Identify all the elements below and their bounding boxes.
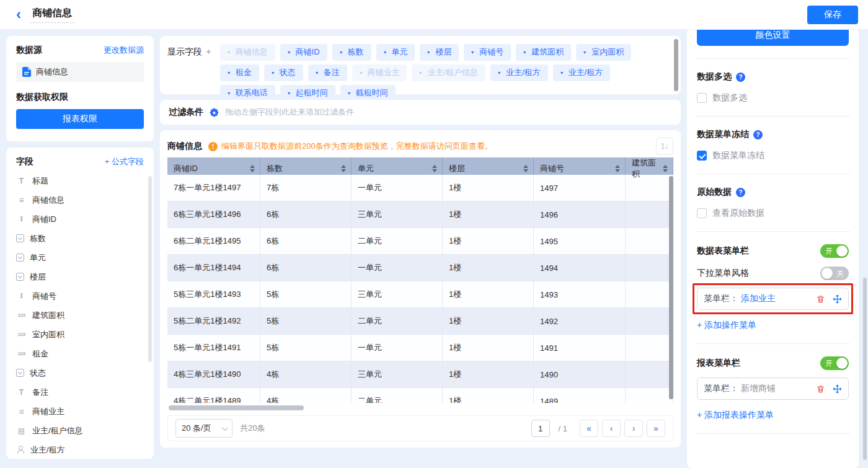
trash-icon[interactable]	[816, 384, 825, 394]
sort-arrows-icon[interactable]	[523, 165, 528, 172]
table-row[interactable]: 5栋二单元1楼14925栋二单元1楼1492	[167, 308, 673, 335]
first-page-icon[interactable]: «	[580, 420, 598, 437]
sort-tool-icon[interactable]: 1↓	[656, 138, 673, 155]
last-page-icon[interactable]: »	[647, 420, 665, 437]
table-row[interactable]: 4栋二单元1楼14894栋二单元1楼1489	[167, 388, 673, 403]
table-menu-item-row[interactable]: 菜单栏： 添加业主	[697, 288, 849, 310]
field-item[interactable]: 状态	[16, 363, 144, 382]
prev-page-icon[interactable]: ‹	[602, 420, 621, 437]
table-cell: 三单元	[352, 281, 443, 308]
table-row[interactable]: 7栋一单元1楼14977栋一单元1楼1497	[167, 175, 673, 201]
page-title[interactable]: 商铺信息	[30, 7, 74, 23]
table-row[interactable]: 6栋一单元1楼14946栋一单元1楼1494	[167, 255, 673, 281]
menu-freeze-checkbox-row[interactable]: 数据菜单冻结	[697, 150, 849, 161]
datasource-item[interactable]: 商铺信息	[16, 62, 144, 82]
display-field-tag[interactable]: ▼起租时间	[280, 85, 335, 102]
move-icon[interactable]	[833, 384, 842, 394]
field-item[interactable]: 租金	[16, 344, 144, 363]
menu-freeze-checkbox[interactable]	[697, 151, 707, 161]
display-field-tag[interactable]: ▼业主/租户信息	[412, 64, 485, 81]
help-icon[interactable]: ?	[736, 188, 745, 197]
menu-item-value[interactable]: 添加业主	[741, 293, 776, 304]
table-row[interactable]: 6栋二单元1楼14956栋二单元1楼1495	[167, 228, 673, 255]
display-field-tag[interactable]: ▼商铺ID	[280, 44, 327, 61]
table-row[interactable]: 6栋三单元1楼14966栋三单元1楼1496	[167, 201, 673, 228]
menu-item-value[interactable]: 新增商铺	[741, 383, 776, 394]
display-field-tag[interactable]: ▼联系电话	[220, 85, 275, 102]
raw-data-checkbox[interactable]	[697, 208, 707, 218]
move-icon[interactable]	[833, 294, 842, 304]
table-cell: 1楼	[443, 308, 534, 335]
raw-data-checkbox-row[interactable]: 查看原始数据	[697, 208, 849, 219]
field-item[interactable]: 楼层	[16, 267, 144, 286]
field-item[interactable]: 业主/租方	[16, 440, 144, 459]
display-field-tag[interactable]: ▼商铺信息	[220, 44, 275, 61]
report-menu-item-row[interactable]: 菜单栏： 新增商铺	[697, 377, 849, 400]
report-permission-button[interactable]: 报表权限	[16, 109, 144, 129]
page-size-select[interactable]: 20 条/页	[175, 419, 232, 438]
field-item[interactable]: 标题	[16, 171, 144, 190]
display-field-tag[interactable]: ▼室内面积	[576, 44, 631, 61]
sort-arrows-icon[interactable]	[663, 165, 668, 172]
multi-select-checkbox-row[interactable]: 数据多选	[697, 92, 849, 104]
multi-select-checkbox[interactable]	[697, 93, 707, 103]
table-cell: 4栋	[260, 388, 352, 403]
field-item[interactable]: 单元	[16, 248, 144, 267]
field-item[interactable]: 商铺ID	[16, 210, 144, 229]
display-field-tag-label: 商铺ID	[296, 46, 320, 58]
page-number-input[interactable]: 1	[531, 420, 550, 437]
field-item[interactable]: 商铺号	[16, 286, 144, 306]
help-icon[interactable]: ?	[753, 130, 763, 139]
field-item[interactable]: 室内面积	[16, 325, 144, 344]
add-action-menu-link[interactable]: + 添加操作菜单	[697, 320, 756, 331]
table-row[interactable]: 5栋三单元1楼14935栋三单元1楼1493	[167, 281, 673, 308]
sort-arrows-icon[interactable]	[250, 165, 255, 172]
sort-arrows-icon[interactable]	[341, 165, 346, 172]
add-display-field-icon[interactable]: +	[206, 46, 211, 56]
fields-scrollbar[interactable]	[148, 176, 152, 362]
add-formula-field-link[interactable]: + 公式字段	[105, 156, 144, 167]
display-field-tag[interactable]: ▼租金	[220, 64, 259, 81]
display-field-tag[interactable]: ▼业主/租方	[553, 64, 611, 81]
table-vertical-scrollbar[interactable]	[669, 176, 673, 399]
add-report-action-menu-link[interactable]: + 添加报表操作菜单	[697, 410, 774, 421]
display-field-tag[interactable]: ▼状态	[264, 64, 303, 81]
display-field-tag[interactable]: ▼商铺业主	[352, 64, 407, 81]
display-field-tag[interactable]: ▼备注	[308, 64, 347, 81]
display-field-tag[interactable]: ▼单元	[376, 44, 415, 61]
field-item[interactable]: 栋数	[16, 229, 144, 248]
dropdown-style-toggle[interactable]: 关	[820, 267, 849, 280]
settings-scrollbar[interactable]	[863, 278, 867, 460]
back-icon[interactable]: ‹	[16, 7, 21, 22]
sort-arrows-icon[interactable]	[615, 165, 620, 172]
save-button[interactable]: 保存	[807, 6, 858, 24]
color-settings-button[interactable]: 颜色设置	[697, 28, 849, 46]
field-item[interactable]: 建筑面积	[16, 306, 144, 325]
table-menu-toggle[interactable]: 开	[820, 244, 849, 258]
field-item[interactable]: 备注	[16, 382, 144, 402]
field-item[interactable]: 商铺业主	[16, 402, 144, 421]
report-menu-toggle[interactable]: 开	[820, 356, 849, 370]
display-field-tag[interactable]: ▼建筑面积	[516, 44, 571, 61]
filter-panel[interactable]: 过滤条件 拖动左侧字段到此处来添加过滤条件	[160, 100, 681, 125]
change-datasource-link[interactable]: 更改数据源	[104, 45, 144, 56]
table-horizontal-scrollbar[interactable]	[167, 405, 673, 410]
gear-icon[interactable]	[210, 107, 219, 117]
field-item[interactable]: 商铺信息	[16, 190, 144, 210]
display-field-tag[interactable]: ▼栋数	[332, 44, 371, 61]
display-fields-scrollbar[interactable]	[674, 39, 678, 91]
help-icon[interactable]: ?	[736, 73, 745, 82]
sort-arrows-icon[interactable]	[432, 165, 437, 172]
display-field-tag[interactable]: ▼商铺号	[464, 44, 511, 61]
table-cell: 1楼	[443, 281, 534, 308]
field-item[interactable]: 业主/租户信息	[16, 421, 144, 440]
report-menu-heading: 报表菜单栏	[697, 358, 740, 369]
display-field-tag[interactable]: ▼楼层	[420, 44, 459, 61]
next-page-icon[interactable]: ›	[624, 420, 643, 437]
table-row[interactable]: 4栋三单元1楼14904栋三单元1楼1490	[167, 361, 673, 388]
display-field-tag[interactable]: ▼业主/租方	[490, 64, 548, 81]
display-field-tag-label: 业主/租方	[568, 67, 603, 78]
display-field-tag[interactable]: ▼截租时间	[340, 85, 396, 102]
trash-icon[interactable]	[816, 294, 825, 304]
table-row[interactable]: 5栋一单元1楼14915栋一单元1楼1491	[167, 335, 673, 361]
